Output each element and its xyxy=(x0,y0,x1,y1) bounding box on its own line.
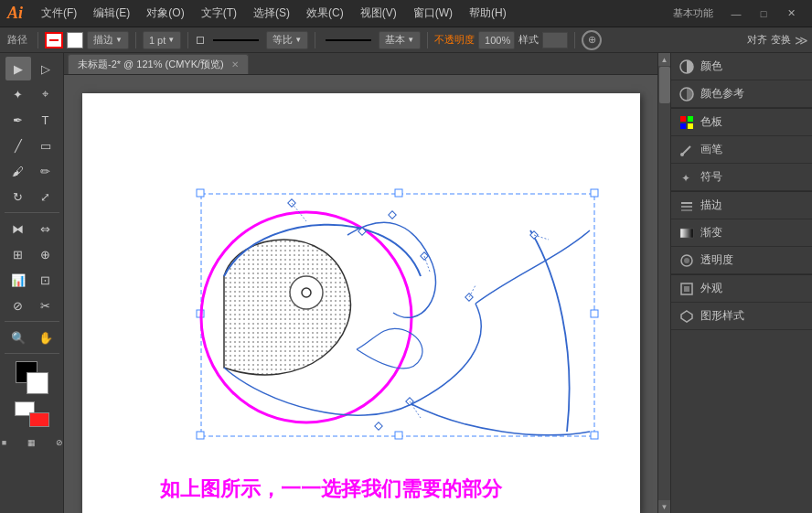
paintbrush-tool[interactable]: 🖌 xyxy=(5,159,31,183)
type-tool[interactable]: T xyxy=(33,108,59,132)
swatches-label: 色板 xyxy=(700,114,722,130)
opacity-input[interactable]: 100% xyxy=(478,31,515,49)
path-label: 路径 xyxy=(4,33,31,47)
stroke-weight-input[interactable]: 1 pt ▼ xyxy=(143,31,181,49)
stroke-fill-indicator[interactable] xyxy=(15,401,49,427)
panel-brush[interactable]: 画笔 xyxy=(671,136,812,164)
rotate-tool[interactable]: ↻ xyxy=(5,185,31,208)
basic-arrow: ▼ xyxy=(407,36,414,44)
panel-symbols[interactable]: ✦ 符号 xyxy=(671,164,812,191)
svg-rect-6 xyxy=(688,123,693,129)
tool-row-11: 🔍 ✋ xyxy=(5,326,59,349)
caption-text-svg: 如上图所示，一一选择我们需要的部分 xyxy=(159,477,503,500)
minimize-button[interactable]: — xyxy=(722,3,750,25)
direct-selection-tool[interactable]: ▷ xyxy=(33,57,59,80)
tool-row-3: ✒ T xyxy=(5,108,59,132)
color-swatches[interactable] xyxy=(16,361,48,394)
appearance-icon xyxy=(678,281,695,297)
line-tool[interactable]: ╱ xyxy=(5,134,31,157)
selection-tool[interactable]: ▶ xyxy=(5,57,31,80)
warp-tool[interactable]: ⧓ xyxy=(5,217,31,240)
close-button[interactable]: ✕ xyxy=(777,3,805,25)
scroll-track[interactable] xyxy=(658,66,670,500)
more-options-icon[interactable]: ≫ xyxy=(795,33,808,48)
rect-tool[interactable]: ▭ xyxy=(33,134,59,157)
panel-color-ref[interactable]: 颜色参考 xyxy=(671,80,812,108)
tool-row-6: ↻ ⤢ xyxy=(5,185,59,208)
fill-color-box[interactable] xyxy=(67,32,83,48)
panel-color[interactable]: 颜色 xyxy=(671,53,812,80)
scroll-thumb[interactable] xyxy=(659,67,670,103)
panel-graphic-styles[interactable]: 图形样式 xyxy=(671,303,812,330)
pencil-tool[interactable]: ✏ xyxy=(33,159,59,183)
bezier-handle-8 xyxy=(375,422,382,430)
svg-rect-12 xyxy=(680,229,693,238)
globe-icon[interactable]: ⊕ xyxy=(582,30,602,50)
menu-effect[interactable]: 效果(C) xyxy=(299,4,351,23)
background-color[interactable] xyxy=(27,372,48,394)
restore-button[interactable]: □ xyxy=(750,3,777,25)
symbols-icon: ✦ xyxy=(678,169,695,186)
doc-tab-close[interactable]: ✕ xyxy=(231,59,239,69)
transparency-icon xyxy=(678,252,695,269)
menu-select[interactable]: 选择(S) xyxy=(246,4,297,23)
stroke-color-icon[interactable] xyxy=(45,32,63,48)
menu-view[interactable]: 视图(V) xyxy=(353,4,404,23)
zoom-tool[interactable]: 🔍 xyxy=(5,326,31,349)
handle-tl xyxy=(197,189,204,197)
shape-builder-tool[interactable]: ⊕ xyxy=(33,242,59,266)
document-tab[interactable]: 未标题-2* @ 121% (CMYK/预览) ✕ xyxy=(68,54,249,74)
menu-window[interactable]: 窗口(W) xyxy=(406,4,460,23)
svg-marker-17 xyxy=(681,311,692,322)
stroke-weight-value: 1 pt xyxy=(149,35,166,46)
graph-tool[interactable]: 📊 xyxy=(5,268,31,292)
equal-arrow: ▼ xyxy=(294,36,302,44)
workspace-profile[interactable]: 基本功能 xyxy=(664,6,722,20)
basic-select[interactable]: 基本 ▼ xyxy=(379,31,421,49)
tool-row-10: ⊘ ✂ xyxy=(5,294,59,317)
panel-stroke[interactable]: 描边 xyxy=(671,192,812,219)
gradient-mode-btn[interactable]: ▦ xyxy=(19,431,45,454)
menu-help[interactable]: 帮助(H) xyxy=(462,4,514,23)
fill-indicator[interactable] xyxy=(29,412,49,427)
toolbar-right: 对齐 变换 ≫ xyxy=(747,33,808,48)
magic-wand-tool[interactable]: ✦ xyxy=(5,82,31,106)
menu-bar[interactable]: 文件(F) 编辑(E) 对象(O) 文字(T) 选择(S) 效果(C) 视图(V… xyxy=(34,4,514,23)
panel-swatches[interactable]: 色板 xyxy=(671,109,812,136)
scale-tool[interactable]: ⤢ xyxy=(33,185,59,208)
canvas-wrapper[interactable]: 如上图所示，一一选择我们需要的部分 xyxy=(64,75,657,513)
panel-transparency[interactable]: 透明度 xyxy=(671,247,812,274)
window-controls[interactable]: — □ ✕ xyxy=(722,3,805,25)
color-mode-btn[interactable]: ■ xyxy=(0,431,17,454)
color-panel-label: 颜色 xyxy=(700,59,722,74)
menu-edit[interactable]: 编辑(E) xyxy=(86,4,137,23)
menu-object[interactable]: 对象(O) xyxy=(139,4,191,23)
svg-rect-16 xyxy=(684,286,689,292)
panel-appearance[interactable]: 外观 xyxy=(671,275,812,303)
tb-sep5 xyxy=(427,32,428,48)
document-canvas: 如上图所示，一一选择我们需要的部分 xyxy=(82,93,640,513)
scroll-down-btn[interactable]: ▼ xyxy=(658,500,671,513)
scroll-up-btn[interactable]: ▲ xyxy=(658,53,671,66)
panel-gradient[interactable]: 渐变 xyxy=(671,219,812,247)
eraser-tool[interactable]: ⊘ xyxy=(5,294,31,317)
stroke-options[interactable]: 路径 描边 ▼ xyxy=(87,31,129,49)
free-transform-tool[interactable]: ⊞ xyxy=(5,242,31,266)
hand-tool[interactable]: ✋ xyxy=(33,326,59,349)
equal-ratio-select[interactable]: 等比 ▼ xyxy=(266,31,308,49)
dash-preset-icon[interactable] xyxy=(197,37,204,44)
scissors-tool[interactable]: ✂ xyxy=(33,294,59,317)
stroke-icon xyxy=(678,198,695,214)
draw-mode-arrow: ▼ xyxy=(115,36,123,44)
transparency-label: 透明度 xyxy=(700,252,733,268)
width-tool[interactable]: ⇔ xyxy=(33,217,59,240)
lasso-tool[interactable]: ⌖ xyxy=(33,82,59,106)
slice-tool[interactable]: ⊡ xyxy=(33,268,59,292)
tool-row-5: 🖌 ✏ xyxy=(5,159,59,183)
menu-type[interactable]: 文字(T) xyxy=(194,4,244,23)
menu-file[interactable]: 文件(F) xyxy=(34,4,84,23)
gradient-label: 渐变 xyxy=(700,225,722,240)
vertical-scrollbar[interactable]: ▲ ▼ xyxy=(657,53,670,513)
pen-tool[interactable]: ✒ xyxy=(5,108,31,132)
style-box[interactable] xyxy=(542,32,568,48)
